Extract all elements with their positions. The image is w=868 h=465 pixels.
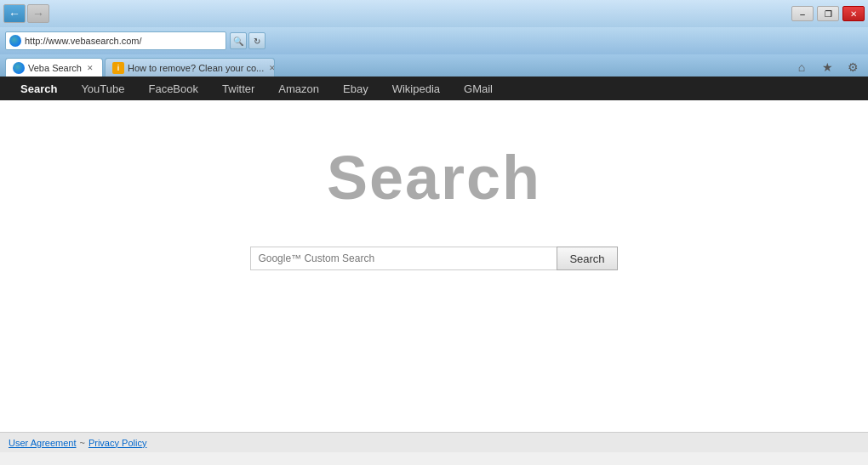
search-bar: Search <box>250 247 617 270</box>
search-button[interactable]: Search <box>557 247 617 270</box>
tab-veba-search[interactable]: Veba Search ✕ <box>5 58 103 77</box>
privacy-policy-link[interactable]: Privacy Policy <box>89 438 146 448</box>
refresh-btn[interactable]: ↻ <box>248 32 266 49</box>
search-input[interactable] <box>250 247 557 270</box>
nav-gmail[interactable]: GMail <box>452 77 505 100</box>
tab-ie-icon <box>13 62 25 74</box>
close-button[interactable]: ✕ <box>842 6 865 21</box>
tab-close-btn[interactable]: ✕ <box>85 63 95 73</box>
nav-amazon[interactable]: Amazon <box>266 77 331 100</box>
footer-separator: ~ <box>79 438 84 448</box>
tabs-bar: Veba Search ✕ i How to remove? Clean you… <box>0 54 868 77</box>
search-address-btn[interactable]: 🔍 <box>230 32 247 49</box>
back-button[interactable]: ← <box>3 4 26 23</box>
settings-icon[interactable]: ⚙ <box>842 58 863 77</box>
favorites-icon[interactable]: ★ <box>817 58 837 77</box>
nav-search[interactable]: Search <box>9 77 69 100</box>
tab-info-icon: i <box>112 62 124 74</box>
user-agreement-link[interactable]: User Agreement <box>9 438 76 448</box>
tab-howto-label: How to remove? Clean your co... <box>128 63 264 73</box>
address-text: http://www.vebasearch.com/ <box>25 36 222 46</box>
home-icon[interactable]: ⌂ <box>791 58 812 77</box>
browser-content: Search Search <box>0 100 868 432</box>
ie-icon <box>9 35 21 47</box>
title-bar-left: ← → <box>3 4 49 23</box>
address-input-wrap[interactable]: http://www.vebasearch.com/ <box>5 31 226 50</box>
status-bar: User Agreement ~ Privacy Policy <box>0 432 868 452</box>
tab-howto[interactable]: i How to remove? Clean your co... ✕ <box>105 58 275 77</box>
address-bar: http://www.vebasearch.com/ 🔍 ↻ <box>0 27 868 54</box>
window-controls: – ❐ ✕ <box>791 6 865 21</box>
toolbar-icons: ⌂ ★ ⚙ <box>791 58 863 77</box>
tab-label: Veba Search <box>28 63 82 73</box>
address-icons: 🔍 ↻ <box>230 32 266 49</box>
nav-youtube[interactable]: YouTube <box>69 77 136 100</box>
title-bar: ← → – ❐ ✕ <box>0 0 868 27</box>
nav-twitter[interactable]: Twitter <box>210 77 266 100</box>
tab-howto-close-btn[interactable]: ✕ <box>267 63 275 73</box>
restore-button[interactable]: ❐ <box>817 6 839 21</box>
nav-facebook[interactable]: FaceBook <box>136 77 210 100</box>
page-title: Search <box>327 143 541 213</box>
nav-wikipedia[interactable]: Wikipedia <box>380 77 452 100</box>
minimize-button[interactable]: – <box>791 6 814 21</box>
forward-button[interactable]: → <box>27 4 49 23</box>
nav-ebay[interactable]: Ebay <box>331 77 380 100</box>
nav-bar: Search YouTube FaceBook Twitter Amazon E… <box>0 77 868 100</box>
